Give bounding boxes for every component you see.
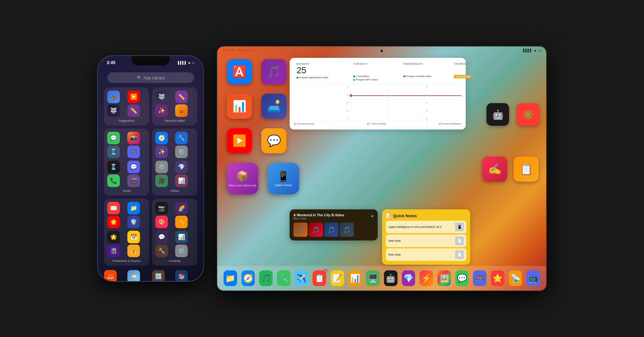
rtime-6: 6 [425,117,461,120]
app-icon-ai2[interactable]: ✨ [155,146,168,158]
youtube-icon[interactable]: ▶️ [227,128,252,153]
app-library-search[interactable]: 🔍 App Library [107,72,194,83]
dock-slides[interactable]: 🖥️ [366,270,380,286]
overflow-icon[interactable]: 🛋️ [261,94,286,119]
app-icon-c8[interactable]: ⚙️ [175,245,188,257]
app-icon-phone[interactable]: 📞 [107,174,120,187]
app-icon-files[interactable]: 📁 [127,202,140,214]
productivity-label: Productivity & Finance [107,259,146,262]
music-thumbnails: 🎵 🎵 🎵 🎵 [293,223,374,237]
app-icon-bear[interactable]: 🐺 [107,104,120,117]
app-icon-halloween[interactable]: 🎃 [175,104,188,117]
col-divider-2 [424,86,424,120]
cal-monday-name: MONDAY [297,62,348,65]
claude-icon[interactable]: ✳️ [517,103,539,126]
app-icon-weather[interactable]: 🌤️ [127,270,140,281]
app-icon-reddit[interactable]: 🦊 [104,270,117,281]
music-album-info: A Weekend In The City B-Sides Bloc Party [293,213,371,220]
app-icon-shield[interactable]: 🛡️ [127,216,140,228]
battery-icon: ▭ [192,61,195,64]
app-icon-messages[interactable]: 💬 [107,132,120,144]
app-icon-ai3[interactable]: 💎 [175,161,188,173]
apple-frames-icon[interactable]: 📱 Apple Frames [268,163,299,194]
recently-added-label: Recently Added [155,119,194,122]
dock-messages[interactable]: 💬 [455,270,469,286]
app-icon-ex1[interactable]: 🔡 [152,270,165,281]
app-icon-c3[interactable]: 🎨 [155,216,168,228]
note-item-3[interactable]: New Note 📄 [386,248,466,261]
app-icon-other2[interactable]: 💰 [127,245,140,257]
apple-frames-phone-icon: 📱 [277,170,290,182]
dock-files[interactable]: 📁 [224,270,237,286]
app-icon-drafts[interactable]: ✏️ [175,91,188,103]
more-events-text-2: 7 more events [370,122,386,125]
dock-notes[interactable]: 📝 [330,270,344,286]
dock-toolbox[interactable]: 🔧 [277,270,291,286]
speeko-icon[interactable]: 💬 [261,128,286,153]
dock-goodlinks[interactable]: ⭐ [491,270,504,286]
app-icon-youtube[interactable]: ▶️ [127,91,140,103]
dock-spotify[interactable]: 🎵 [259,270,273,286]
dock-safari[interactable]: 🧭 [242,270,255,286]
craft-icon[interactable]: ✍️ [482,157,507,182]
dock-spark[interactable]: ✈️ [295,270,308,286]
more-events-text-1: 14 more events [297,122,314,125]
app-icon-notion[interactable]: 📓 [107,245,120,257]
app-icon-c2[interactable]: 🌈 [175,202,188,214]
album-thumb-2: 🎵 [309,223,323,237]
dock-discord[interactable]: 🎮 [473,270,486,286]
dock-chatgpt[interactable]: 🤖 [384,270,397,286]
app-icon-notes[interactable]: ✏️ [127,104,140,117]
creativity-label: Creativity [155,259,194,262]
app-icon-bear2[interactable]: 🐺 [155,91,168,103]
app-icon-facetime[interactable]: 🎬 [127,174,140,187]
cal-wednesday-event: Prepare Unwind notes [403,75,449,78]
app-icon-c1[interactable]: 📷 [155,202,168,214]
app-icon-c7[interactable]: 🔧 [155,245,168,257]
chatgpt-icon[interactable]: 🤖 [486,103,509,126]
entertainment-icons: 🦊 🌤️ 🎵 🎵 [104,270,149,281]
app-icon-ai[interactable]: ✨ [155,104,168,117]
app-icon-instagram[interactable]: 📸 [127,132,140,144]
dock-gem[interactable]: 💎 [402,270,415,286]
app-icon-c5[interactable]: 💬 [155,231,168,243]
app-icon-persp[interactable]: 🌟 [107,216,120,228]
dock-photos[interactable]: 🖼️ [437,270,451,286]
app-icon-calendar[interactable]: 📅 [127,231,140,243]
note-item-1[interactable]: Apple Intelligence in iOS and iPadOS 18.… [386,221,466,233]
app-icon-discord2[interactable]: 💬 [127,161,140,173]
dock-keynote[interactable]: 📊 [348,270,362,286]
iphone-app-library-grid: 🦋 ▶️ 🐺 ✏️ Suggestions 🐺 ✏️ ✨ 🎃 [104,87,197,281]
music-player-icon[interactable]: 🎵 [261,59,286,84]
app-icon-settings2[interactable]: ⚙️ [155,161,168,173]
app-icon-camera[interactable]: 🎥 [155,174,168,187]
app-icon-safari[interactable]: 🧭 [155,132,168,144]
app-icon-xcode[interactable]: 🔧 [175,132,188,144]
app-store-icon[interactable]: 🅰️ [227,59,252,84]
dock-mango[interactable]: 📺 [526,270,540,286]
dock-reminders[interactable]: 📋 4 [313,270,326,286]
note-thumb-1: 📱 [455,223,464,231]
app-icon-threads2[interactable]: 🧵 [107,161,120,173]
app-icon-threads[interactable]: 🧵 [107,146,120,158]
app-icon-periscope[interactable]: 🌟 [107,231,120,243]
app-icon-c4[interactable]: ✏️ [175,216,188,228]
dock-rss[interactable]: 📡 [509,270,522,286]
show-core-shortcuts-icon[interactable]: 📦 Show Core Short-cuts [227,163,258,194]
note-item-2[interactable]: New Note 📄 [386,235,466,247]
app-icon-settings[interactable]: ⚙️ [175,146,188,158]
app-icon-ex2[interactable]: 📚 [175,270,188,281]
dock-shortcuts[interactable]: ⚡ [419,270,433,286]
app-icon-mail[interactable]: ✉️ [107,202,120,214]
app-icon-other[interactable]: 📊 [175,174,188,187]
ipad-icon-row-2: 📊 🛋️ [227,94,299,119]
ipad-time: 3:49 PM Mon Nov 25 [222,48,258,52]
app-icon-discord[interactable]: 🎮 [127,146,140,158]
reminders-badge: 4 [324,269,327,273]
pastepal-icon[interactable]: 📋 [514,157,539,182]
app-icon-c6[interactable]: 📊 [175,231,188,243]
quick-notes-widget: 📝 Quick Notes Apple Intelligence in iOS … [382,209,470,265]
app-icon-twitter[interactable]: 🦋 [107,91,120,103]
calendar-grid: 3 4 5 6 7 2 [294,84,461,120]
dashboard-icon[interactable]: 📊 [227,94,252,119]
